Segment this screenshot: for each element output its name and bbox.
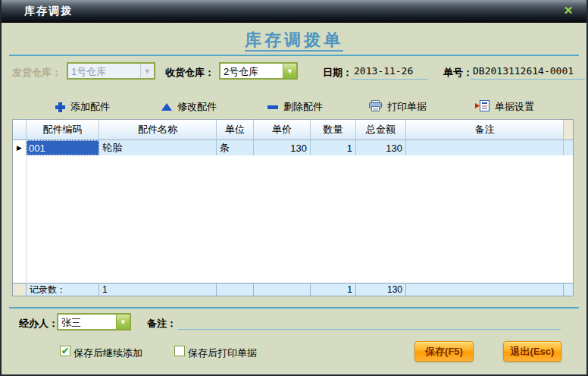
order-no-field: DB2013112614-0001 <box>470 64 585 80</box>
footer-stub <box>564 284 573 296</box>
edit-part-button[interactable]: 修改配件 <box>161 100 217 114</box>
footer-qty-sum: 1 <box>311 284 356 296</box>
check-icon: ✔ <box>61 346 69 356</box>
table-row[interactable]: ▶ 001 轮胎 条 130 1 130 <box>13 140 573 155</box>
operator-label: 经办人： <box>19 317 58 331</box>
operator-select[interactable]: 张三 ▼ <box>57 313 131 331</box>
order-no-label: 单号： <box>443 66 473 80</box>
table-footer-row: 记录数： 1 1 130 <box>13 283 573 296</box>
header-unit[interactable]: 单位 <box>217 120 254 140</box>
header-code[interactable]: 配件编码 <box>27 120 99 140</box>
to-warehouse-select[interactable]: 2号仓库 ▼ <box>219 62 298 80</box>
footer-record-count: 1 <box>99 284 217 296</box>
checkbox-continue-after-save[interactable]: ✔ <box>60 346 70 356</box>
cell-price[interactable]: 130 <box>254 140 311 155</box>
cell-note[interactable] <box>406 140 564 155</box>
footer-price-empty <box>254 284 311 296</box>
cell-unit[interactable]: 条 <box>217 140 254 155</box>
cell-qty[interactable]: 1 <box>311 140 356 155</box>
from-warehouse-label: 发货仓库： <box>12 66 61 80</box>
delete-part-button[interactable]: 删除配件 <box>267 100 323 114</box>
table-header-row: 配件编码 配件名称 单位 单价 数量 总金额 备注 <box>13 120 573 140</box>
footer-note-empty <box>406 284 564 296</box>
document-settings-button[interactable]: 单据设置 <box>475 100 534 114</box>
footer-total-sum: 130 <box>356 284 406 296</box>
print-document-button[interactable]: 打印单据 <box>369 100 427 114</box>
separator-bottom <box>9 307 579 309</box>
checkbox-continue-label[interactable]: 保存后继续添加 <box>74 346 142 360</box>
inventory-transfer-window: 库存调拨 ✕ 库存调拨单 发货仓库： 1号仓库 ▼ 收货仓库： 2号仓库 ▼ 日… <box>0 0 588 376</box>
exit-button[interactable]: 退出(Esc) <box>503 341 561 362</box>
triangle-up-icon <box>161 103 172 111</box>
date-label: 日期： <box>323 66 352 80</box>
window-title: 库存调拨 <box>24 5 73 18</box>
header-stub <box>564 120 573 140</box>
checkbox-print-label[interactable]: 保存后打印单据 <box>188 346 257 360</box>
page-title: 库存调拨单 <box>2 29 586 52</box>
parts-table: 配件编码 配件名称 单位 单价 数量 总金额 备注 ▶ 001 轮胎 条 130… <box>12 119 574 296</box>
cell-name[interactable]: 轮胎 <box>99 140 217 155</box>
checkbox-print-after-save[interactable] <box>174 346 185 356</box>
date-field[interactable]: 2013-11-26 <box>351 64 428 80</box>
header-selector <box>13 120 27 140</box>
header-qty[interactable]: 数量 <box>311 120 356 140</box>
header-name[interactable]: 配件名称 <box>99 120 217 140</box>
row-selector-arrow: ▶ <box>13 140 27 155</box>
plus-icon <box>55 102 65 112</box>
close-icon[interactable]: ✕ <box>561 4 575 17</box>
header-total[interactable]: 总金额 <box>356 120 406 140</box>
separator-top <box>9 55 579 56</box>
chevron-down-icon: ▼ <box>140 64 154 78</box>
cell-stub <box>564 140 573 155</box>
header-price[interactable]: 单价 <box>254 120 311 140</box>
header-note[interactable]: 备注 <box>406 120 564 140</box>
to-warehouse-label: 收货仓库： <box>165 66 214 80</box>
from-warehouse-select: 1号仓库 ▼ <box>67 62 155 80</box>
footer-selector-stub <box>13 284 27 296</box>
add-part-button[interactable]: 添加配件 <box>55 100 110 114</box>
titlebar: 库存调拨 ✕ <box>2 0 586 23</box>
footer-record-count-label: 记录数： <box>27 284 99 296</box>
note-label: 备注： <box>147 317 177 331</box>
minus-icon <box>267 105 278 109</box>
document-settings-icon <box>475 100 489 114</box>
printer-icon <box>369 100 382 114</box>
chevron-down-icon[interactable]: ▼ <box>116 315 130 329</box>
note-field[interactable] <box>178 315 561 330</box>
save-button[interactable]: 保存(F5) <box>414 341 474 362</box>
table-empty-area <box>13 155 573 283</box>
cell-code-selected[interactable]: 001 <box>27 140 99 155</box>
cell-total[interactable]: 130 <box>356 140 406 155</box>
footer-unit-empty <box>217 284 254 296</box>
chevron-down-icon[interactable]: ▼ <box>283 64 296 78</box>
